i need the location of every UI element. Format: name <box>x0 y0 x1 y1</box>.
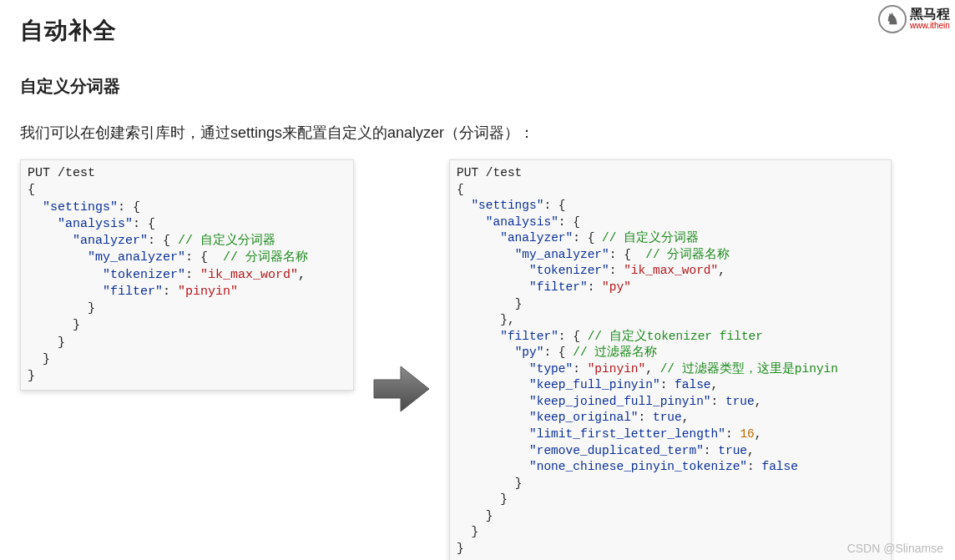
val-filter: "pinyin" <box>178 285 238 299</box>
section-subtitle: 自定义分词器 <box>20 75 935 98</box>
key-ko: "keep_original" <box>529 411 639 424</box>
page-title: 自动补全 <box>20 15 935 47</box>
comment: // 自定义分词器 <box>602 231 699 245</box>
key-tokenizer: "tokenizer" <box>529 264 609 277</box>
lead-text: 我们可以在创建索引库时，通过settings来配置自定义的analyzer（分词… <box>20 123 935 143</box>
key-kjfp: "keep_joined_full_pinyin" <box>529 395 711 408</box>
key-ncpt: "none_chinese_pinyin_tokenize" <box>529 460 747 473</box>
val-rdt: true <box>718 444 747 457</box>
brand-logo: ♞ 黑马程 www.ithein <box>878 5 950 33</box>
key-tokenizer: "tokenizer" <box>103 268 185 282</box>
comment: // 过滤器类型，这里是pinyin <box>660 362 838 376</box>
key-analysis: "analysis" <box>58 217 133 231</box>
comment: // 分词器名称 <box>223 250 308 265</box>
key-rdt: "remove_duplicated_term" <box>529 444 704 457</box>
val-tokenizer: "ik_max_word" <box>200 268 298 282</box>
comment: // 过滤器名称 <box>573 346 657 359</box>
val-kfp: false <box>675 378 711 391</box>
key-type: "type" <box>529 362 573 376</box>
code-row: PUT /test { "settings": { "analysis": { … <box>20 159 935 560</box>
val-ncpt: false <box>761 460 798 473</box>
key-py: "py" <box>515 346 544 359</box>
key-filter: "filter" <box>529 280 588 294</box>
val-ko: true <box>653 411 682 424</box>
code-block-right: PUT /test { "settings": { "analysis": { … <box>449 159 892 560</box>
logo-text: 黑马程 <box>910 8 950 22</box>
val-tokenizer: "ik_max_word" <box>624 264 718 277</box>
logo-url: www.ithein <box>910 22 950 31</box>
key-analysis: "analysis" <box>486 215 558 229</box>
horse-icon: ♞ <box>878 5 907 33</box>
comment: // 自定义分词器 <box>178 234 275 248</box>
comment: // 分词器名称 <box>645 248 730 261</box>
val-kjfp: true <box>725 395 755 408</box>
code-block-left: PUT /test { "settings": { "analysis": { … <box>20 159 354 391</box>
request-line: PUT /test <box>457 166 522 179</box>
key-analyzer: "analyzer" <box>500 231 573 245</box>
key-filter-block: "filter" <box>500 330 558 343</box>
watermark: CSDN @Slinamse <box>847 542 943 555</box>
key-analyzer: "analyzer" <box>73 234 148 248</box>
comment: // 自定义tokenizer filter <box>588 330 763 343</box>
key-my-analyzer: "my_analyzer" <box>515 248 609 261</box>
key-lfl: "limit_first_letter_length" <box>529 427 725 441</box>
key-settings: "settings" <box>471 199 543 212</box>
key-my-analyzer: "my_analyzer" <box>88 250 185 265</box>
key-filter: "filter" <box>103 285 163 299</box>
key-settings: "settings" <box>43 200 118 214</box>
val-type: "pinyin" <box>588 362 646 376</box>
val-lfl: 16 <box>740 427 754 441</box>
arrow-icon <box>371 361 432 420</box>
key-kfp: "keep_full_pinyin" <box>529 378 660 391</box>
val-filter: "py" <box>602 280 631 294</box>
request-line: PUT /test <box>28 166 95 180</box>
